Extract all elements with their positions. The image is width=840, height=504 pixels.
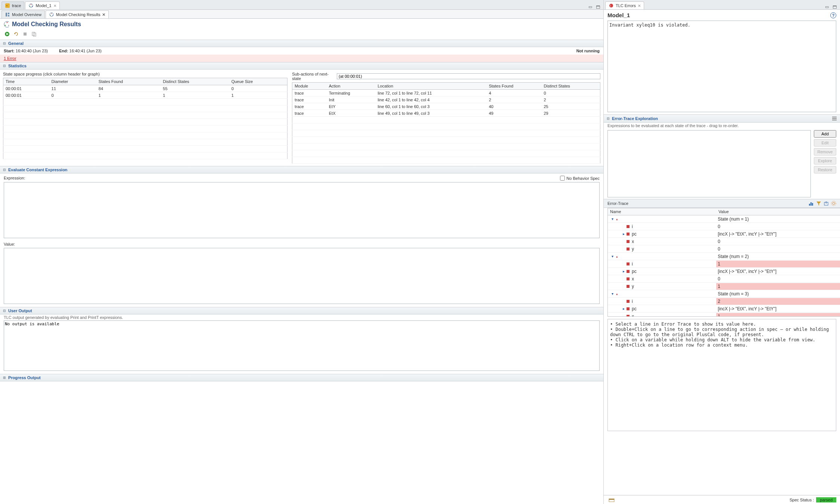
chart-icon[interactable] (809, 201, 814, 206)
svg-point-11 (50, 15, 51, 16)
collapse-icon: ⊟ (3, 64, 6, 68)
section-header-statistics[interactable]: ⊟ Statistics (0, 62, 603, 70)
reconnect-button[interactable] (13, 31, 19, 37)
restore-button[interactable]: Restore (814, 166, 836, 173)
table-row[interactable]: 00:00:010111 (3, 92, 287, 99)
tla-file-icon: + (5, 3, 10, 8)
error-trace-table[interactable]: Name Value ▾▴ State (num = 1) i0▸pc[incX… (607, 208, 840, 317)
add-button[interactable]: Add (814, 130, 836, 138)
table-row[interactable]: traceEtYline 60, col 1 to line 60, col 3… (292, 103, 600, 110)
col-header[interactable]: Distinct States (161, 78, 229, 85)
error-trace-header: Error-Trace (604, 199, 840, 208)
copy-button[interactable] (31, 31, 37, 37)
col-header[interactable]: Location (375, 83, 486, 90)
run-button[interactable] (4, 31, 10, 37)
expression-label: Expression: (4, 176, 25, 181)
svg-point-34 (831, 201, 836, 206)
error-message-box[interactable]: Invariant xyleq10 is violated. (607, 21, 836, 112)
trace-row[interactable]: ▸pc[incX |-> "EtX", incY |-> "EtY"] (608, 305, 840, 313)
close-icon[interactable]: ✕ (638, 4, 641, 8)
errors-tabbar: ! TLC Errors ✕ ▭ 🗖 (604, 0, 840, 10)
settings-icon[interactable] (831, 201, 836, 206)
col-header[interactable]: Distinct States (542, 83, 600, 90)
maximize-icon[interactable]: 🗖 (831, 5, 838, 9)
close-icon[interactable]: ✕ (102, 12, 105, 17)
section-header-general[interactable]: ⊟ General (0, 40, 603, 47)
trace-row[interactable]: y1 (608, 283, 840, 290)
error-link[interactable]: 1 Error (4, 56, 16, 61)
start-time: Start: 16:40:40 (Jun 23) (4, 49, 48, 53)
remove-button[interactable]: Remove (814, 148, 836, 156)
help-icon[interactable]: ? (830, 12, 836, 18)
section-header-eval[interactable]: ⊟ Evaluate Constant Expression (0, 166, 603, 173)
overview-icon (5, 12, 10, 17)
edit-button[interactable]: Edit (814, 139, 836, 147)
svg-point-3 (31, 4, 31, 5)
section-progress-output: ⊞ Progress Output (0, 374, 603, 381)
actions-table[interactable]: ModuleActionLocationStates FoundDistinct… (292, 82, 600, 164)
tab-label: Model_1 (36, 3, 51, 8)
ete-menu-icon[interactable] (832, 116, 837, 121)
table-row[interactable]: traceInitline 42, col 1 to line 42, col … (292, 96, 600, 103)
trace-row[interactable]: i2 (608, 298, 840, 305)
svg-point-12 (52, 15, 53, 16)
tab-trace[interactable]: + trace (1, 1, 24, 9)
filter-icon[interactable] (816, 201, 821, 206)
svg-rect-7 (8, 13, 9, 14)
ete-expression-list[interactable] (607, 130, 811, 197)
trace-row[interactable]: x0 (608, 238, 840, 245)
value-textarea[interactable] (4, 248, 600, 304)
trace-row[interactable]: x0 (608, 275, 840, 283)
trace-row[interactable]: ▾▴ State (num = 1) (608, 215, 840, 223)
col-header[interactable]: Action (327, 83, 376, 90)
nobehavior-checkbox[interactable] (560, 176, 565, 181)
svg-point-4 (30, 6, 30, 7)
section-header-progress-output[interactable]: ⊞ Progress Output (0, 374, 603, 381)
col-header[interactable]: States Found (487, 83, 542, 90)
minimize-icon[interactable]: ▭ (824, 4, 830, 9)
explore-button[interactable]: Explore (814, 157, 836, 165)
collapse-icon: ⊟ (3, 309, 6, 313)
trace-row[interactable]: i1 (608, 260, 840, 268)
col-name[interactable]: Name (608, 208, 716, 215)
spec-status-badge: parsed (816, 497, 836, 503)
col-header[interactable]: Queue Size (229, 78, 287, 85)
stop-button[interactable] (22, 31, 28, 37)
progress-table[interactable]: TimeDiameterStates FoundDistinct StatesQ… (3, 78, 287, 159)
export-icon[interactable] (824, 201, 829, 206)
trace-row[interactable]: ▾▴ State (num = 3) (608, 290, 840, 298)
maximize-icon[interactable]: 🗖 (595, 5, 601, 9)
col-header[interactable]: Diameter (49, 78, 96, 85)
col-value[interactable]: Value (716, 208, 840, 215)
svg-point-10 (51, 13, 52, 14)
col-header[interactable]: Module (292, 83, 327, 90)
section-header-ete[interactable]: ⊟ Error-Trace Exploration (604, 115, 840, 123)
spec-status-label: Spec Status : (790, 498, 814, 502)
svg-rect-26 (832, 118, 837, 119)
user-output-textarea[interactable]: No output is available (4, 320, 600, 371)
subtab-results[interactable]: Model Checking Results ✕ (46, 10, 109, 18)
table-row[interactable]: traceEtXline 49, col 1 to line 49, col 3… (292, 110, 600, 117)
section-header-user-output[interactable]: ⊟ User Output (0, 307, 603, 314)
svg-rect-20 (24, 33, 27, 36)
trace-row[interactable]: ▾▴ State (num = 2) (608, 253, 840, 260)
ete-hint: Expressions to be evaluated at each stat… (604, 123, 840, 129)
trace-row[interactable]: ▸pc[incX |-> "EtX", incY |-> "EtY"] (608, 268, 840, 275)
status-tray-icon[interactable] (607, 497, 616, 503)
trace-row[interactable]: y0 (608, 245, 840, 253)
trace-row[interactable]: x1 (608, 313, 840, 316)
table-row[interactable]: 00:00:011184550 (3, 85, 287, 92)
col-header[interactable]: Time (3, 78, 49, 85)
minimize-icon[interactable]: ▭ (587, 4, 593, 9)
subactions-at-input[interactable] (337, 73, 600, 79)
subtab-overview[interactable]: Model Overview (1, 10, 45, 18)
tab-model1[interactable]: Model_1 ✕ (25, 1, 59, 9)
tab-tlc-errors[interactable]: ! TLC Errors ✕ (605, 1, 644, 9)
section-general: ⊟ General Start: 16:40:40 (Jun 23) End: … (0, 40, 603, 62)
col-header[interactable]: States Found (96, 78, 161, 85)
trace-row[interactable]: ▸pc[incX |-> "EtX", incY |-> "EtY"] (608, 230, 840, 238)
trace-row[interactable]: i0 (608, 223, 840, 230)
table-row[interactable]: traceTerminatingline 72, col 1 to line 7… (292, 90, 600, 96)
close-icon[interactable]: ✕ (53, 4, 56, 8)
expression-textarea[interactable] (4, 182, 600, 238)
